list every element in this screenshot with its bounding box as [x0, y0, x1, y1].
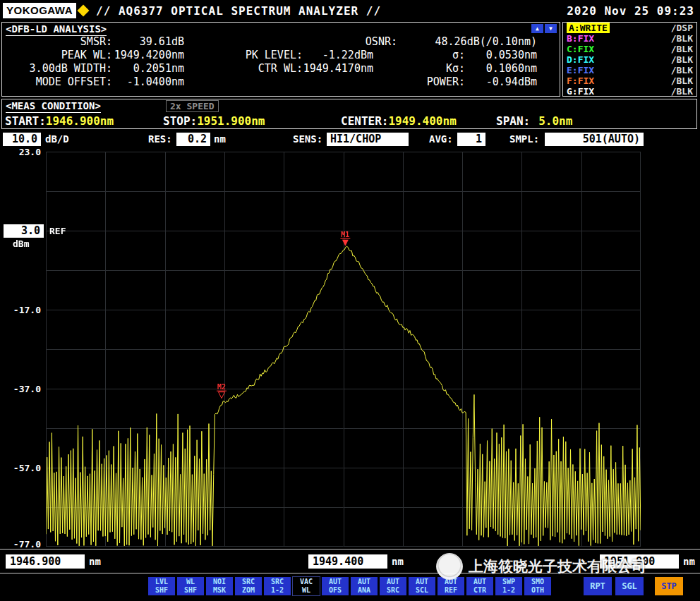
divider-below-chart	[0, 549, 700, 550]
x-left-unit: nm	[89, 556, 101, 567]
width-3db-value: 0.2051nm	[112, 62, 184, 75]
pk-level-label: PK LEVEL:	[197, 49, 303, 61]
span-group: SPAN:5.0nm	[496, 114, 572, 128]
y-axis-label-m37: -37.0	[6, 384, 41, 394]
trace-g-mode: /BLK	[671, 86, 693, 97]
trace-row-b[interactable]: B:FIX /BLK	[563, 33, 696, 44]
softkey-aut-ctr[interactable]: AUTCTR	[466, 577, 493, 595]
mode-offset-value: -1.0400nm	[112, 75, 184, 88]
smsr-label: SMSR:	[8, 35, 112, 48]
softkey-aut-ofs[interactable]: AUTOFS	[322, 577, 349, 595]
scroll-down-button[interactable]: ▼	[545, 24, 557, 33]
center-value: 1949.400nm	[388, 114, 456, 128]
y-axis-label-23: 23.0	[6, 147, 41, 157]
stop-label: STOP:	[163, 114, 197, 128]
span-value: 5.0nm	[538, 114, 572, 128]
softkey-aut-scl[interactable]: AUTSCL	[409, 577, 435, 595]
sens-value: HI1/CHOP	[330, 133, 381, 145]
dfb-analysis-panel: <DFB-LD ANALYSIS> ▲ ▼ SMSR: 39.61dB OSNR…	[1, 22, 560, 97]
softkey-aut-ref[interactable]: AUTREF	[438, 577, 464, 595]
spectrum-canvas	[46, 152, 641, 547]
center-label: CENTER:	[341, 114, 388, 128]
trace-status-panel: A:WRITE /DSP B:FIX /BLK C:FIX /BLK D:FIX…	[562, 22, 697, 97]
ctr-wl-value: 1949.4170nm	[303, 62, 373, 75]
power-label: POWER:	[394, 75, 465, 88]
divider-above-toolbar	[0, 573, 700, 573]
app-title: // AQ6377 OPTICAL SPECTRUM ANALYZER //	[96, 4, 381, 18]
yokogawa-logo: YOKOGAWA	[3, 3, 76, 18]
power-value: -0.94dBm	[465, 75, 537, 88]
y-axis-label-m57: -57.0	[6, 463, 41, 473]
trace-b-name: B:FIX	[567, 33, 594, 44]
smpl-field[interactable]: 501(AUTO)	[545, 133, 644, 146]
rpt-button[interactable]: RPT	[584, 577, 612, 595]
trace-row-e[interactable]: E:FIX /BLK	[563, 65, 696, 75]
ksigma-value: 0.1060nm	[465, 62, 537, 75]
sgl-button[interactable]: SGL	[615, 577, 644, 595]
trace-d-name: D:FIX	[567, 54, 594, 65]
mode-offset-label: MODE OFFSET:	[8, 75, 112, 88]
level-scale-unit: dB/D	[45, 133, 69, 145]
x-right-unit: nm	[683, 556, 695, 567]
up-arrow-icon: ▲	[536, 25, 539, 32]
y-axis-label-m17: -17.0	[6, 305, 41, 315]
softkey-src-zom[interactable]: SRCZOM	[235, 577, 262, 595]
res-value: 0.2	[188, 133, 207, 145]
ctr-wl-label: CTR WL:	[197, 62, 303, 75]
softkey-noi-msk[interactable]: NOIMSK	[206, 577, 233, 595]
pk-level-value: -1.22dBm	[303, 49, 373, 61]
x-center-value: 1949.400	[313, 555, 363, 568]
level-scale-field[interactable]: 10.0	[3, 133, 41, 146]
softkey-aut-ana[interactable]: AUTANA	[351, 577, 378, 595]
start-wl-field[interactable]: 1946.900	[6, 554, 85, 569]
ref-level-field[interactable]: 3.0	[4, 224, 44, 238]
softkey-swp-1-2[interactable]: SWP1-2	[495, 577, 522, 595]
trace-e-name: E:FIX	[567, 65, 594, 75]
softkey-wl-shf[interactable]: WLSHF	[177, 577, 204, 595]
logo-diamond-icon	[78, 5, 90, 17]
peak-wl-value: 1949.4200nm	[112, 49, 184, 61]
trace-a-mode: /DSP	[671, 23, 693, 33]
stp-button[interactable]: STP	[655, 577, 683, 595]
x-right-value: 1951.900	[604, 555, 655, 568]
trace-c-name: C:FIX	[567, 44, 594, 54]
softkey-aut-src[interactable]: AUTSRC	[380, 577, 406, 595]
y-axis-label-m77: -77.0	[6, 539, 41, 550]
center-wl-field[interactable]: 1949.400	[308, 554, 387, 569]
res-unit: nm	[214, 133, 226, 145]
ref-unit: dBm	[13, 238, 29, 249]
trace-row-a[interactable]: A:WRITE /DSP	[563, 23, 696, 33]
softkey-vac-wl[interactable]: VACWL	[293, 577, 320, 595]
trace-row-c[interactable]: C:FIX /BLK	[563, 44, 696, 54]
osnr-label: OSNR:	[291, 35, 397, 48]
trace-row-d[interactable]: D:FIX /BLK	[563, 54, 696, 65]
res-label: RES:	[148, 133, 172, 145]
osnr-value: 48.26dB(/0.10nm)	[430, 35, 537, 48]
trace-row-f[interactable]: F:FIX /BLK	[563, 75, 696, 86]
avg-label: AVG:	[429, 133, 453, 145]
width-3db-label: 3.00dB WIDTH:	[8, 62, 112, 75]
level-scale-value: 10.0	[12, 133, 37, 145]
sigma-value: 0.0530nm	[465, 49, 537, 61]
res-field[interactable]: 0.2	[176, 133, 210, 146]
trace-d-mode: /BLK	[671, 54, 693, 65]
softkey-smo-oth[interactable]: SMOOTH	[524, 577, 551, 595]
sens-field[interactable]: HI1/CHOP	[327, 133, 409, 146]
softkey-src-1-2[interactable]: SRC1-2	[264, 577, 291, 595]
start-label: START:	[5, 114, 46, 128]
x-left-value: 1946.900	[10, 555, 61, 568]
trace-e-mode: /BLK	[671, 65, 693, 75]
softkey-lvl-shf[interactable]: LVLSHF	[148, 577, 175, 595]
center-wl-group: CENTER:1949.400nm	[341, 114, 457, 128]
trace-a-name: A:WRITE	[567, 23, 610, 33]
stop-wl-group: STOP:1951.900nm	[163, 114, 265, 128]
sens-label: SENS:	[293, 133, 322, 145]
avg-field[interactable]: 1	[457, 133, 485, 146]
smpl-label: SMPL:	[509, 133, 539, 145]
speed-badge: 2x SPEED	[166, 100, 219, 112]
stop-wl-field[interactable]: 1951.900	[600, 554, 679, 569]
trace-g-name: G:FIX	[567, 86, 594, 97]
smpl-value: 501(AUTO)	[583, 133, 640, 145]
scroll-up-button[interactable]: ▲	[531, 24, 543, 33]
trace-row-g[interactable]: G:FIX /BLK	[563, 86, 696, 97]
